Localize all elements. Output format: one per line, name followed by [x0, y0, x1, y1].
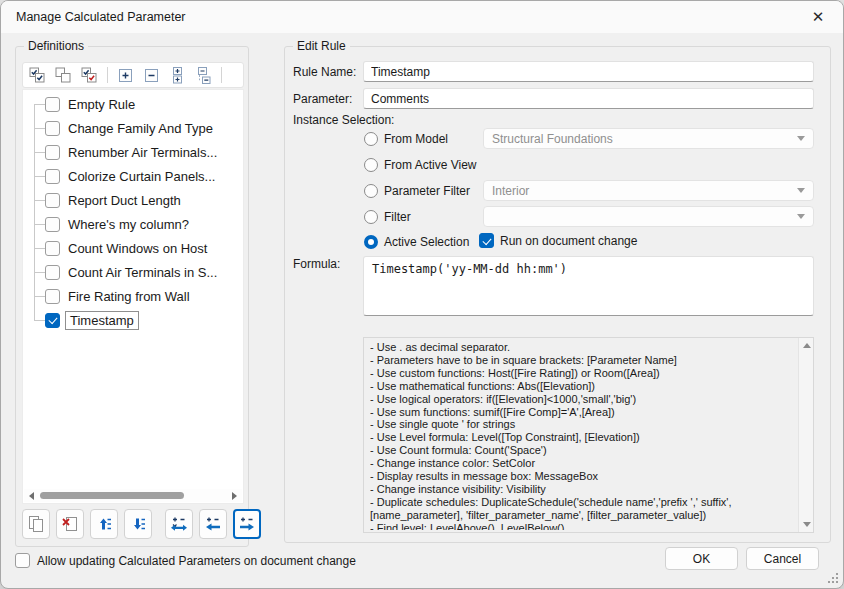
collapse-icon: [144, 68, 159, 83]
duplicate-rule-button[interactable]: [22, 509, 50, 539]
run-on-document-change-checkbox[interactable]: Run on document change: [479, 233, 637, 248]
close-button[interactable]: ✕: [802, 6, 834, 28]
radio-parameter-filter[interactable]: Parameter Filter: [364, 183, 470, 199]
rule-checkbox[interactable]: [45, 145, 60, 160]
export-rules-button[interactable]: [233, 509, 261, 539]
uncheck-all-button[interactable]: [53, 65, 74, 85]
collapse-button[interactable]: [141, 65, 162, 85]
move-up-button[interactable]: [90, 509, 118, 539]
scrollbar-thumb[interactable]: [40, 492, 184, 499]
radio-icon[interactable]: [364, 184, 378, 198]
rule-checkbox[interactable]: [45, 121, 60, 136]
window-title: Manage Calculated Parameter: [16, 10, 186, 24]
cancel-button[interactable]: Cancel: [746, 547, 819, 570]
delete-rule-button[interactable]: [56, 509, 84, 539]
checkbox-icon[interactable]: [479, 233, 494, 248]
scroll-down-arrow-icon[interactable]: [803, 522, 811, 527]
rule-checkbox[interactable]: [45, 241, 60, 256]
toolbar-separator: [221, 67, 222, 83]
vertical-scrollbar[interactable]: [798, 338, 813, 532]
import-icon: [204, 515, 222, 533]
rules-list[interactable]: Empty Rule Change Family And Type Renumb…: [22, 89, 244, 504]
checkbox-icon[interactable]: [15, 553, 30, 568]
filter-dropdown[interactable]: [483, 206, 814, 227]
tree-item[interactable]: Report Duct Length: [23, 188, 243, 212]
check-modified-icon: [81, 67, 98, 84]
tree-item[interactable]: Count Air Terminals in S...: [23, 260, 243, 284]
tree-item-label: Count Windows on Host: [68, 241, 207, 256]
rule-name-input[interactable]: [363, 61, 814, 82]
radio-from-active-view[interactable]: From Active View: [364, 157, 476, 173]
rule-checkbox[interactable]: [45, 97, 60, 112]
check-modified-button[interactable]: [79, 65, 100, 85]
formula-help-line: - Duplicate schedules: DuplicateSchedule…: [370, 496, 795, 509]
tree-item[interactable]: Fire Rating from Wall: [23, 284, 243, 308]
check-all-icon: [29, 67, 46, 84]
formula-help-line: - Use sum functions: sumif([Fire Comp]='…: [370, 406, 795, 419]
expand-button[interactable]: [115, 65, 136, 85]
transfer-rules-button[interactable]: [165, 509, 193, 539]
formula-help-line: [name_parameter], 'filter_parameter_name…: [370, 509, 795, 522]
formula-input[interactable]: Timestamp('yy-MM-dd hh:mm'): [363, 256, 814, 316]
tree-item-label: Timestamp: [65, 311, 139, 330]
definitions-check-toolbar: [22, 62, 244, 88]
expand-icon: [118, 68, 133, 83]
checkbox-label: Allow updating Calculated Parameters on …: [37, 554, 356, 568]
tree-item-label: Empty Rule: [68, 97, 135, 112]
formula-label: Formula:: [293, 257, 340, 271]
radio-filter[interactable]: Filter: [364, 209, 411, 225]
checkbox-label: Run on document change: [500, 234, 637, 248]
parameter-label: Parameter:: [293, 92, 352, 106]
collapse-all-button[interactable]: [193, 65, 214, 85]
horizontal-scrollbar[interactable]: [24, 489, 242, 502]
tree-item-label: Where's my column?: [68, 217, 189, 232]
tree-item[interactable]: Count Windows on Host: [23, 236, 243, 260]
scroll-right-arrow-icon[interactable]: [232, 492, 237, 500]
move-down-button[interactable]: [124, 509, 152, 539]
import-rules-button[interactable]: [199, 509, 227, 539]
expand-all-button[interactable]: [167, 65, 188, 85]
uncheck-all-icon: [55, 67, 72, 84]
rule-checkbox[interactable]: [45, 193, 60, 208]
move-up-icon: [95, 515, 113, 533]
collapse-all-icon: [196, 67, 211, 84]
radio-from-model[interactable]: From Model: [364, 131, 448, 147]
ok-button[interactable]: OK: [665, 547, 738, 570]
formula-help-line: - Parameters have to be in square bracke…: [370, 354, 795, 367]
rule-checkbox[interactable]: [45, 313, 60, 328]
tree-item[interactable]: Renumber Air Terminals...: [23, 140, 243, 164]
radio-icon[interactable]: [364, 158, 378, 172]
title-bar[interactable]: Manage Calculated Parameter ✕: [1, 1, 843, 33]
scroll-left-arrow-icon[interactable]: [29, 492, 34, 500]
manage-calculated-parameter-dialog: Manage Calculated Parameter ✕ Definition…: [0, 0, 844, 589]
rule-checkbox[interactable]: [45, 265, 60, 280]
scroll-up-arrow-icon[interactable]: [803, 343, 811, 348]
resize-grip[interactable]: [828, 573, 838, 583]
tree-item[interactable]: Change Family And Type: [23, 116, 243, 140]
radio-icon[interactable]: [364, 132, 378, 146]
rule-checkbox[interactable]: [45, 169, 60, 184]
tree-item[interactable]: Timestamp: [23, 308, 243, 332]
parameter-filter-dropdown[interactable]: Interior: [483, 180, 814, 201]
tree-item[interactable]: Where's my column?: [23, 212, 243, 236]
chevron-down-icon: [797, 214, 805, 219]
rule-checkbox[interactable]: [45, 217, 60, 232]
rule-checkbox[interactable]: [45, 289, 60, 304]
parameter-input[interactable]: [363, 88, 814, 109]
formula-help-line: - Find level: LevelAbove(), LevelBelow(): [370, 522, 795, 530]
rules-tree: Empty Rule Change Family And Type Renumb…: [23, 92, 243, 332]
copy-icon: [27, 515, 45, 533]
rule-name-label: Rule Name:: [293, 65, 356, 79]
radio-icon[interactable]: [364, 210, 378, 224]
tree-item[interactable]: Colorize Curtain Panels...: [23, 164, 243, 188]
radio-icon[interactable]: [364, 235, 378, 249]
allow-updating-checkbox[interactable]: Allow updating Calculated Parameters on …: [15, 553, 356, 568]
radio-active-selection[interactable]: Active Selection: [364, 234, 469, 250]
check-all-button[interactable]: [27, 65, 48, 85]
formula-help-line: - Use . as decimal separator.: [370, 341, 795, 354]
edit-rule-group-label: Edit Rule: [293, 39, 350, 53]
from-model-dropdown[interactable]: Structural Foundations: [483, 128, 814, 149]
tree-item[interactable]: Empty Rule: [23, 92, 243, 116]
definitions-group-label: Definitions: [24, 39, 88, 53]
radio-label: Active Selection: [384, 235, 469, 249]
